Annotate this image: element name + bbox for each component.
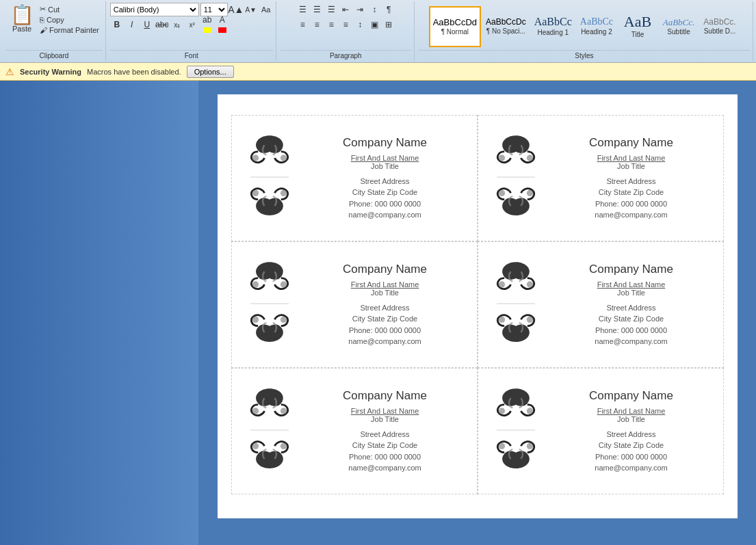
card-info: Company Name First And Last Name Job Tit… bbox=[304, 389, 467, 474]
security-title: Security Warning bbox=[20, 68, 81, 76]
change-case-icon: Aa bbox=[261, 5, 270, 14]
font-row2: B I U abc x₂ x² ab A bbox=[110, 18, 229, 31]
para-row1: ☰ ☰ ☰ ⇤ ⇥ ↕ ¶ bbox=[296, 3, 395, 16]
justify-button[interactable]: ≡ bbox=[339, 18, 352, 31]
paragraph-group-content: ☰ ☰ ☰ ⇤ ⇥ ↕ ¶ ≡ ≡ ≡ ≡ ↕ ▣ ⊞ bbox=[296, 3, 395, 50]
card-logo bbox=[488, 382, 543, 481]
style-heading1[interactable]: AaBbCc Heading 1 bbox=[531, 6, 575, 47]
card-address: Street Address City State Zip Code Phone… bbox=[304, 302, 467, 347]
card-logo bbox=[488, 129, 543, 228]
svg-point-8 bbox=[498, 189, 504, 196]
options-button[interactable]: Options... bbox=[187, 66, 234, 78]
decrease-indent-button[interactable]: ⇤ bbox=[339, 3, 352, 16]
business-card: Company Name First And Last Name Job Tit… bbox=[231, 115, 478, 241]
card-company-name: Company Name bbox=[304, 136, 467, 150]
document-area[interactable]: Company Name First And Last Name Job Tit… bbox=[198, 81, 756, 545]
cut-button[interactable]: ✂ Cut bbox=[38, 4, 101, 14]
borders-button[interactable]: ⊞ bbox=[382, 18, 395, 31]
card-person-name: First And Last Name bbox=[304, 407, 467, 415]
card-job-title: Job Title bbox=[550, 415, 713, 423]
document-page: Company Name First And Last Name Job Tit… bbox=[218, 94, 738, 518]
paste-label: Paste bbox=[12, 25, 31, 33]
superscript-button[interactable]: x² bbox=[185, 18, 199, 31]
card-address: Street Address City State Zip Code Phone… bbox=[550, 429, 713, 474]
cut-label: Cut bbox=[48, 5, 60, 14]
bullets-button[interactable]: ☰ bbox=[296, 3, 309, 16]
bold-button[interactable]: B bbox=[110, 18, 124, 31]
card-job-title: Job Title bbox=[304, 289, 467, 297]
format-painter-button[interactable]: 🖌 Format Painter bbox=[38, 25, 101, 35]
card-person-name: First And Last Name bbox=[550, 407, 713, 415]
increase-font-button[interactable]: A▲ bbox=[229, 3, 243, 16]
font-size-select[interactable]: 11 bbox=[200, 3, 228, 16]
highlight-button[interactable]: ab bbox=[200, 18, 214, 31]
style-h2-preview: AaBbCc bbox=[580, 17, 613, 27]
style-title[interactable]: AaB Title bbox=[618, 6, 657, 47]
svg-point-25 bbox=[498, 408, 504, 414]
style-subtitle-preview: AaBbCc. bbox=[663, 18, 695, 27]
font-group-content: Calibri (Body) 11 A▲ A▼ Aa B I U abc bbox=[110, 3, 273, 50]
svg-point-16 bbox=[526, 281, 532, 287]
align-right-button[interactable]: ≡ bbox=[324, 18, 338, 31]
format-painter-icon: 🖌 bbox=[40, 26, 47, 34]
style-heading2[interactable]: AaBbCc Heading 2 bbox=[577, 6, 616, 47]
card-person-name: First And Last Name bbox=[304, 280, 467, 289]
style-h1-preview: AaBbCc bbox=[534, 16, 572, 27]
card-address: Street Address City State Zip Code Phone… bbox=[550, 302, 713, 347]
paste-icon: 📋 bbox=[10, 5, 34, 25]
italic-button[interactable]: I bbox=[125, 18, 139, 31]
card-job-title: Job Title bbox=[550, 289, 713, 297]
multilevel-button[interactable]: ☰ bbox=[324, 3, 338, 16]
line-spacing-button[interactable]: ↕ bbox=[353, 18, 367, 31]
style-normal[interactable]: AaBbCcDd ¶ Normal bbox=[429, 6, 481, 47]
svg-point-28 bbox=[498, 442, 504, 449]
svg-point-23 bbox=[252, 442, 258, 449]
style-no-spacing[interactable]: AaBbCcDc ¶ No Spaci... bbox=[482, 6, 530, 47]
card-company-name: Company Name bbox=[550, 136, 713, 150]
ribbon: 📋 Paste ✂ Cut ⎘ Copy 🖌 Format Painter bbox=[0, 0, 756, 63]
increase-indent-button[interactable]: ⇥ bbox=[353, 3, 367, 16]
copy-icon: ⎘ bbox=[40, 16, 44, 24]
svg-point-20 bbox=[252, 408, 258, 414]
svg-point-21 bbox=[280, 408, 286, 414]
align-left-button[interactable]: ≡ bbox=[296, 18, 309, 31]
style-subtitle[interactable]: AaBbCc. Subtitle bbox=[659, 6, 699, 47]
show-paragraph-button[interactable]: ¶ bbox=[382, 3, 395, 16]
card-info: Company Name First And Last Name Job Tit… bbox=[304, 263, 467, 347]
copy-button[interactable]: ⎘ Copy bbox=[38, 15, 101, 25]
business-card: Company Name First And Last Name Job Tit… bbox=[478, 115, 724, 241]
paragraph-group: ☰ ☰ ☰ ⇤ ⇥ ↕ ¶ ≡ ≡ ≡ ≡ ↕ ▣ ⊞ Pa bbox=[278, 1, 415, 61]
business-card: Company Name First And Last Name Job Tit… bbox=[231, 368, 478, 494]
paragraph-label: Paragraph bbox=[281, 50, 411, 59]
security-bar: ⚠ Security Warning Macros have been disa… bbox=[0, 63, 756, 81]
ribbon-top: 📋 Paste ✂ Cut ⎘ Copy 🖌 Format Painter bbox=[0, 0, 756, 62]
decrease-font-button[interactable]: A▼ bbox=[244, 3, 258, 16]
align-center-button[interactable]: ≡ bbox=[310, 18, 324, 31]
paste-button[interactable]: 📋 Paste bbox=[7, 4, 37, 34]
style-title-label: Title bbox=[631, 31, 644, 38]
change-case-button[interactable]: Aa bbox=[259, 3, 273, 16]
font-color-button[interactable]: A bbox=[216, 18, 229, 31]
strikethrough-button[interactable]: abc bbox=[155, 18, 169, 31]
svg-point-15 bbox=[498, 281, 504, 287]
style-normal-preview: AaBbCcDd bbox=[433, 18, 477, 27]
subscript-button[interactable]: x₂ bbox=[170, 18, 184, 31]
underline-button[interactable]: U bbox=[140, 18, 154, 31]
business-card: Company Name First And Last Name Job Tit… bbox=[231, 241, 478, 368]
numbering-button[interactable]: ☰ bbox=[310, 3, 324, 16]
svg-point-6 bbox=[526, 155, 532, 161]
shading-button[interactable]: ▣ bbox=[367, 18, 381, 31]
font-group: Calibri (Body) 11 A▲ A▼ Aa B I U abc bbox=[107, 1, 276, 61]
style-subtle-preview: AaBbCc. bbox=[703, 18, 735, 26]
card-address: Street Address City State Zip Code Phone… bbox=[550, 176, 713, 221]
security-icon: ⚠ bbox=[5, 66, 14, 77]
card-info: Company Name First And Last Name Job Tit… bbox=[550, 263, 713, 347]
style-subtle[interactable]: AaBbCc. Subtle D... bbox=[700, 6, 740, 47]
clipboard-group-content: 📋 Paste ✂ Cut ⎘ Copy 🖌 Format Painter bbox=[5, 3, 103, 50]
card-company-name: Company Name bbox=[304, 389, 467, 403]
styles-label: Styles bbox=[419, 50, 750, 59]
card-person-name: First And Last Name bbox=[550, 280, 713, 289]
svg-point-26 bbox=[526, 408, 532, 414]
font-family-select[interactable]: Calibri (Body) bbox=[110, 3, 199, 16]
sort-button[interactable]: ↕ bbox=[367, 3, 381, 16]
